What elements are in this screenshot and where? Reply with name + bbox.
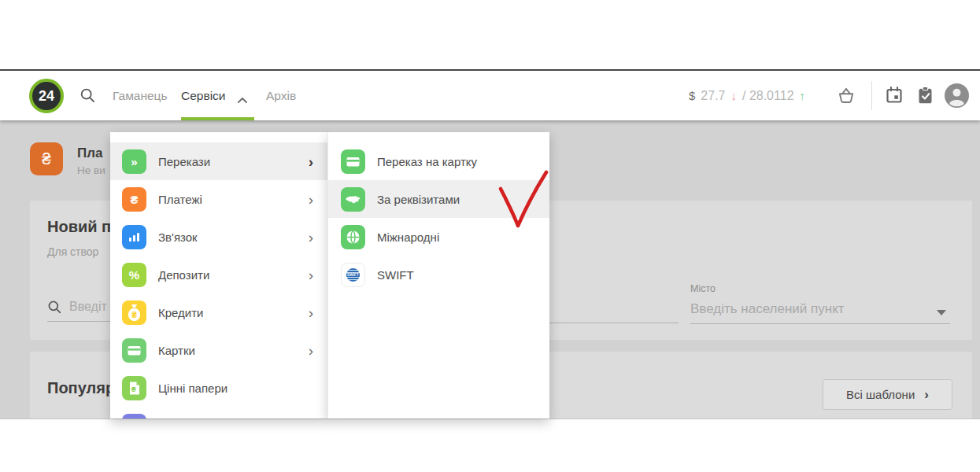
payments-header-icon: ₴ <box>30 142 63 175</box>
rate-sell: / 28.0112 <box>742 89 794 103</box>
menu-item-cards[interactable]: Картки › <box>110 331 327 369</box>
top-border-line <box>0 69 980 71</box>
submenu-item-label: SWIFT <box>377 268 414 282</box>
tasks-clipboard-icon[interactable] <box>916 86 934 108</box>
currency-symbol: $ <box>689 89 695 102</box>
nav-item-archive[interactable]: Архів <box>266 71 296 120</box>
transfers-icon: » <box>122 149 146 174</box>
new-payment-subtitle: Для створ <box>47 245 98 258</box>
securities-document-icon: ₴ <box>122 376 146 400</box>
page-title: Пла <box>77 146 102 161</box>
svg-text:₴: ₴ <box>131 310 137 319</box>
avatar[interactable] <box>945 83 969 111</box>
screenshot-stage: 24 Гаманець Сервіси Архів $ 27.7 ↓ / 28.… <box>0 0 980 472</box>
menu-item-credits[interactable]: ₴ Кредити › <box>110 293 327 331</box>
bottom-white-area <box>0 419 980 472</box>
menu-item-payments[interactable]: ₴ Платежі › <box>110 180 327 218</box>
partial-menu-icon <box>122 414 146 419</box>
services-dropdown-menu: » Перекази › ₴ Платежі › Зв'язок › % Деп… <box>110 132 327 419</box>
menu-item-connection[interactable]: Зв'язок › <box>110 218 327 256</box>
city-dropdown-caret-icon[interactable] <box>937 310 946 315</box>
menu-item-label: Кредити <box>158 306 203 319</box>
menu-item-transfers[interactable]: » Перекази › <box>110 142 327 180</box>
rate-buy: 27.7 <box>701 89 725 103</box>
chevron-right-icon: › <box>309 154 313 169</box>
menu-item-label: Картки <box>158 344 195 357</box>
hryvnia-glyph: ₴ <box>130 194 138 205</box>
submenu-item-card-transfer[interactable]: Переказ на картку <box>328 142 549 180</box>
search-field-icon <box>47 300 62 318</box>
submenu-item-label: Міжнародні <box>377 230 439 244</box>
basket-icon[interactable] <box>836 86 856 109</box>
double-chevron-glyph: » <box>131 156 137 168</box>
submenu-item-requisites[interactable]: За реквізитами <box>328 180 549 218</box>
credit-card-icon <box>122 338 146 363</box>
city-field-label: Місто <box>690 283 716 294</box>
city-input[interactable]: Введіть населений пункт <box>690 301 845 317</box>
popular-templates-title: Популяр <box>47 379 115 397</box>
submenu-item-swift[interactable]: SWIFT SWIFT <box>328 256 549 293</box>
money-bag-icon: ₴ <box>122 301 146 325</box>
new-payment-title: Новий п <box>47 218 111 236</box>
chevron-right-icon: › <box>309 343 313 358</box>
chevron-right-icon: › <box>309 267 313 282</box>
chevron-up-icon[interactable] <box>237 93 248 107</box>
submenu-item-international[interactable]: Міжнародні <box>328 218 549 256</box>
navbar: 24 Гаманець Сервіси Архів $ 27.7 ↓ / 28.… <box>0 71 980 120</box>
exchange-rates[interactable]: $ 27.7 ↓ / 28.0112 ↑ <box>689 71 805 120</box>
active-tab-underline <box>181 117 254 120</box>
chevron-right-icon: › <box>309 230 313 245</box>
submenu-item-label: За реквізитами <box>377 193 460 206</box>
percent-glyph: % <box>129 269 139 281</box>
rate-down-arrow-icon: ↓ <box>730 89 737 102</box>
chevron-right-icon: › <box>309 305 313 320</box>
search-input[interactable]: Введіт <box>69 300 107 314</box>
all-templates-label: Всі шаблони <box>846 388 915 401</box>
search-icon[interactable] <box>80 87 96 107</box>
menu-item-label: Цінні папери <box>158 382 227 395</box>
submenu-item-label: Переказ на картку <box>377 155 477 168</box>
menu-item-label: Перекази <box>158 155 210 168</box>
ukraine-map-icon <box>341 187 365 212</box>
city-input-underline <box>690 323 950 324</box>
nav-item-services[interactable]: Сервіси <box>181 71 226 120</box>
chevron-right-icon: › <box>309 192 313 207</box>
menu-item-label: Платежі <box>158 193 202 206</box>
payments-icon: ₴ <box>122 187 146 212</box>
menu-item-partial[interactable] <box>110 407 327 419</box>
menu-item-securities[interactable]: ₴ Цінні папери <box>110 369 327 407</box>
middle-input-underline <box>549 323 679 323</box>
globe-icon <box>341 225 365 249</box>
all-templates-button[interactable]: Всі шаблони › <box>823 379 952 410</box>
page-subtitle: Не ви <box>77 164 105 176</box>
chevron-right-icon: › <box>924 387 929 403</box>
swift-logo-icon: SWIFT <box>341 263 365 287</box>
navbar-divider <box>871 81 872 110</box>
privat24-logo[interactable]: 24 <box>29 79 64 113</box>
signal-bars-icon <box>122 225 146 249</box>
card-transfer-icon <box>341 149 365 174</box>
menu-item-label: Депозити <box>158 268 209 282</box>
rate-up-arrow-icon: ↑ <box>800 89 806 102</box>
svg-text:₴: ₴ <box>131 385 136 393</box>
deposits-percent-icon: % <box>122 263 146 287</box>
nav-item-wallet[interactable]: Гаманець <box>113 71 168 120</box>
transfers-submenu: Переказ на картку За реквізитами Міжнаро… <box>327 132 549 419</box>
menu-item-deposits[interactable]: % Депозити › <box>110 256 327 293</box>
calendar-icon[interactable] <box>885 86 904 108</box>
menu-item-label: Зв'язок <box>158 230 198 244</box>
